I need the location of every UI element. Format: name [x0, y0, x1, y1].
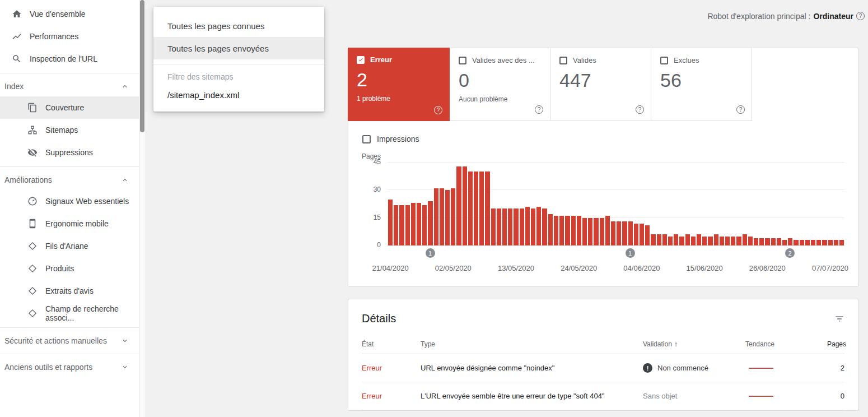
sidebar-item[interactable]: Signaux Web essentiels	[0, 190, 139, 212]
status-card-label: Valides avec des ...	[472, 56, 535, 64]
tag-icon	[27, 308, 38, 319]
dropdown-option[interactable]: Toutes les pages envoyées	[153, 37, 324, 59]
sidebar-item[interactable]: Produits	[0, 257, 139, 280]
coverage-icon	[27, 102, 38, 113]
status-cards: Erreur21 problème?Valides avec des ...0A…	[348, 48, 858, 121]
divider	[0, 73, 139, 73]
crawler-label: Robot d'exploration principal :	[707, 12, 810, 21]
bar	[708, 237, 712, 245]
impressions-checkbox[interactable]	[362, 135, 371, 143]
bar	[788, 238, 792, 245]
bar	[765, 238, 769, 245]
bar	[474, 172, 478, 245]
status-checkbox[interactable]	[559, 57, 567, 64]
bar	[451, 188, 455, 245]
bar	[411, 203, 416, 245]
bar	[422, 205, 427, 245]
bar	[600, 218, 604, 245]
trend-sparkline	[749, 396, 773, 397]
status-checkbox[interactable]	[660, 57, 668, 64]
timeline-marker[interactable]: 1	[426, 248, 435, 258]
bar	[594, 218, 598, 245]
row-status: Erreur	[362, 364, 421, 372]
help-icon[interactable]: ?	[856, 12, 865, 20]
bar	[697, 234, 701, 245]
bar	[782, 240, 787, 245]
sidebar-section-header[interactable]: Index	[0, 76, 139, 96]
bar	[811, 240, 815, 245]
sidebar-item[interactable]: Performances	[0, 25, 139, 48]
sidebar-item[interactable]: Inspection de l'URL	[0, 48, 139, 70]
dropdown-option[interactable]: Toutes les pages connues	[153, 15, 324, 37]
status-checkbox[interactable]	[357, 56, 365, 64]
status-checkbox[interactable]	[459, 57, 466, 64]
bar	[542, 208, 547, 245]
sidebar-scrollbar[interactable]	[139, 0, 145, 417]
sidebar-item-label: Extraits d'avis	[45, 286, 94, 295]
help-icon[interactable]: ?	[636, 104, 644, 114]
removals-icon	[27, 147, 38, 158]
table-row[interactable]: ErreurL'URL envoyée semble être une erre…	[362, 382, 844, 410]
sidebar-item[interactable]: Sitemaps	[0, 119, 139, 141]
bar	[662, 234, 667, 245]
chevron-down-icon	[121, 363, 129, 371]
status-card[interactable]: Valides447?	[550, 48, 651, 121]
sidebar-item[interactable]: Suppressions	[0, 141, 139, 164]
sidebar-item[interactable]: Champ de recherche associ...	[0, 302, 139, 325]
sitemap-option[interactable]: /sitemap_index.xml	[153, 84, 324, 106]
bar	[645, 225, 650, 245]
timeline-marker[interactable]: 2	[785, 248, 795, 258]
trend-sparkline	[749, 368, 773, 369]
row-trend	[745, 368, 827, 369]
timeline-marker[interactable]: 1	[626, 248, 635, 258]
bar	[502, 208, 507, 245]
help-icon[interactable]: ?	[434, 104, 442, 114]
bar	[611, 221, 615, 245]
scrollbar-thumb[interactable]	[140, 0, 144, 132]
col-tendance[interactable]: Tendance	[745, 340, 827, 348]
status-card[interactable]: Erreur21 problème?	[348, 48, 450, 121]
details-title: Détails	[362, 312, 396, 325]
status-card[interactable]: Exclues56?	[651, 48, 752, 121]
bar	[491, 208, 496, 245]
bar	[434, 188, 438, 245]
sidebar-item[interactable]: Couverture	[0, 96, 139, 119]
col-pages[interactable]: Pages	[827, 340, 846, 348]
help-icon[interactable]: ?	[535, 104, 543, 114]
y-axis-title: Pages	[362, 152, 844, 160]
bar	[565, 216, 570, 245]
table-row[interactable]: ErreurURL envoyée désignée comme "noinde…	[362, 354, 844, 382]
sidebar-item[interactable]: Fils d'Ariane	[0, 235, 139, 257]
sidebar-section-header[interactable]: Sécurité et actions manuelles	[0, 331, 139, 351]
status-card[interactable]: Valides avec des ...0Aucun problème?	[450, 48, 550, 121]
col-etat[interactable]: État	[362, 340, 421, 348]
tag-icon	[27, 240, 38, 252]
sidebar-item-label: Vue d'ensemble	[30, 10, 85, 18]
coverage-chart: Pages 0153045112 21/04/202002/05/202013/…	[348, 143, 858, 286]
row-status: Erreur	[362, 392, 421, 400]
impressions-toggle[interactable]: Impressions	[362, 135, 858, 143]
sidebar-item[interactable]: Extraits d'avis	[0, 280, 139, 302]
bar	[417, 203, 421, 245]
bar	[571, 216, 576, 245]
status-card-label: Exclues	[674, 56, 699, 64]
impressions-label: Impressions	[377, 135, 419, 143]
sidebar-item-label: Sitemaps	[45, 126, 78, 135]
exclamation-icon: !	[643, 363, 652, 373]
col-type[interactable]: Type	[421, 340, 643, 348]
main-content: Robot d'exploration principal : Ordinate…	[145, 0, 868, 417]
chevron-down-icon	[121, 337, 129, 345]
help-icon[interactable]: ?	[736, 104, 745, 114]
sidebar-section-header[interactable]: Améliorations	[0, 170, 139, 190]
sidebar-section-header[interactable]: Anciens outils et rapports	[0, 357, 139, 377]
mobile-icon	[27, 218, 38, 229]
status-card-label: Erreur	[370, 55, 392, 64]
filter-icon[interactable]	[834, 314, 844, 324]
sidebar-item[interactable]: Vue d'ensemble	[0, 3, 139, 25]
bar	[520, 208, 524, 245]
bar	[743, 234, 747, 245]
bar	[445, 190, 450, 245]
sidebar-item[interactable]: Ergonomie mobile	[0, 212, 139, 235]
col-validation[interactable]: Validation↑	[643, 340, 745, 348]
bar	[828, 240, 833, 245]
